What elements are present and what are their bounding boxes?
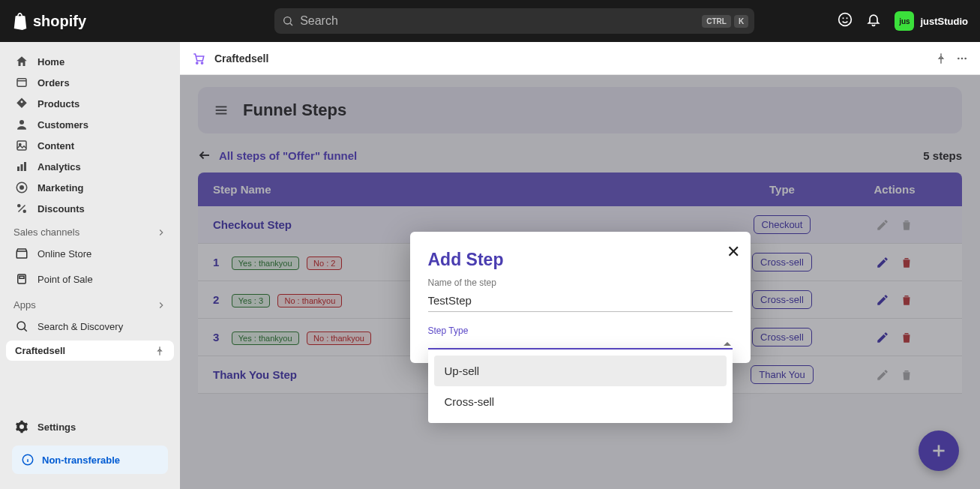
sidebar-section-apps[interactable]: Apps [0, 292, 180, 314]
svg-line-21 [24, 328, 26, 331]
option-crosssell[interactable]: Cross-sell [434, 386, 727, 417]
step-type-dropdown: Up-sell Cross-sell [428, 350, 733, 423]
step-type-select[interactable]: Up-sell Cross-sell [428, 338, 733, 350]
sidebar-item-label: Search & Discovery [37, 321, 123, 332]
percent-icon [15, 202, 28, 215]
section-label: Sales channels [13, 226, 79, 238]
chevron-right-icon [156, 227, 166, 238]
sidebar-item-label: Home [37, 56, 64, 68]
svg-point-0 [284, 17, 291, 24]
modal-title: Add Step [428, 250, 733, 270]
shopify-logo[interactable]: shopify [12, 12, 86, 30]
sidebar-item-label: Products [37, 98, 79, 110]
sidebar-item-orders[interactable]: Orders [6, 72, 174, 93]
home-icon [15, 55, 28, 68]
sidebar: Home Orders Products Customers Content A… [0, 42, 180, 489]
sidebar-item-label: Online Store [37, 248, 91, 260]
chart-icon [15, 160, 28, 173]
face-icon[interactable] [838, 12, 853, 30]
more-icon[interactable] [956, 52, 968, 64]
type-field-label: Step Type [428, 326, 733, 336]
svg-point-6 [19, 120, 24, 124]
sidebar-item-label: Settings [37, 422, 76, 433]
sidebar-item-analytics[interactable]: Analytics [6, 156, 174, 177]
bell-icon[interactable] [866, 12, 881, 30]
sidebar-item-discounts[interactable]: Discounts [6, 198, 174, 219]
option-upsell[interactable]: Up-sell [434, 356, 727, 386]
sidebar-item-label: Point of Sale [37, 274, 93, 285]
brand-text: shopify [33, 13, 86, 30]
avatar: jus [895, 11, 914, 31]
sidebar-item-products[interactable]: Products [6, 93, 174, 114]
cart-icon [192, 52, 205, 65]
svg-point-29 [964, 57, 967, 59]
sidebar-section-sales-channels[interactable]: Sales channels [0, 219, 180, 241]
shopify-bag-icon [12, 12, 28, 30]
sidebar-item-content[interactable]: Content [6, 135, 174, 156]
tag-icon [15, 97, 28, 110]
sidebar-item-online-store[interactable]: Online Store [6, 242, 174, 265]
topbar: shopify Search CTRL K jus justStudio [0, 0, 980, 42]
svg-rect-19 [19, 276, 24, 278]
sidebar-item-craftedsell[interactable]: Craftedsell [6, 340, 174, 361]
orders-icon [15, 76, 28, 89]
sidebar-item-home[interactable]: Home [6, 51, 174, 72]
add-step-modal: ✕ Add Step Name of the step Step Type Up… [410, 232, 751, 363]
search-icon [15, 320, 28, 333]
svg-point-4 [847, 17, 848, 19]
sidebar-item-label: Orders [37, 77, 70, 88]
close-icon[interactable]: ✕ [727, 242, 740, 262]
user-menu-button[interactable]: jus justStudio [895, 11, 968, 31]
pos-icon [15, 272, 28, 286]
image-icon [15, 139, 28, 152]
sidebar-item-search-discovery[interactable]: Search & Discovery [6, 315, 174, 338]
sidebar-item-label: Craftedsell [15, 345, 65, 356]
sidebar-item-label: Discounts [37, 203, 85, 214]
svg-point-25 [196, 62, 198, 63]
svg-point-13 [19, 185, 24, 190]
store-icon [15, 247, 28, 260]
info-icon [21, 453, 34, 466]
svg-point-28 [961, 57, 964, 59]
svg-point-3 [843, 17, 844, 19]
search-shortcut: CTRL K [702, 15, 748, 28]
search-placeholder: Search [300, 14, 338, 28]
section-label: Apps [13, 299, 36, 310]
svg-rect-10 [21, 164, 23, 171]
user-name: justStudio [920, 16, 968, 27]
name-field-label: Name of the step [428, 278, 733, 288]
sidebar-item-marketing[interactable]: Marketing [6, 177, 174, 198]
caret-up-icon [724, 342, 731, 346]
svg-point-15 [23, 210, 27, 214]
pin-icon[interactable] [935, 52, 947, 64]
sidebar-item-label: Content [37, 140, 74, 152]
sidebar-item-label: Analytics [37, 161, 81, 172]
gear-icon [15, 420, 28, 434]
svg-point-20 [17, 322, 25, 330]
banner-text: Non-transferable [42, 454, 120, 466]
svg-point-26 [201, 62, 202, 63]
sidebar-item-settings[interactable]: Settings [6, 414, 174, 440]
chevron-right-icon [156, 300, 166, 310]
non-transferable-banner[interactable]: Non-transferable [12, 446, 168, 474]
svg-rect-9 [17, 166, 19, 171]
search-input[interactable]: Search CTRL K [274, 8, 754, 34]
svg-rect-17 [16, 251, 27, 258]
svg-point-27 [958, 57, 960, 59]
svg-rect-11 [24, 162, 26, 171]
search-icon [282, 15, 294, 27]
person-icon [15, 118, 28, 131]
page-title: Craftedsell [214, 52, 268, 64]
sidebar-item-label: Marketing [37, 182, 83, 194]
svg-line-1 [290, 23, 292, 26]
main-content: Craftedsell Funnel Steps All steps of "O… [180, 42, 980, 489]
svg-point-14 [17, 204, 21, 208]
sidebar-item-customers[interactable]: Customers [6, 114, 174, 135]
svg-rect-5 [17, 79, 26, 87]
sidebar-item-label: Customers [37, 119, 88, 130]
step-name-input[interactable] [428, 290, 733, 312]
page-header: Craftedsell [180, 42, 980, 75]
sidebar-item-pos[interactable]: Point of Sale [6, 268, 174, 290]
svg-point-2 [839, 14, 852, 26]
target-icon [15, 181, 28, 194]
